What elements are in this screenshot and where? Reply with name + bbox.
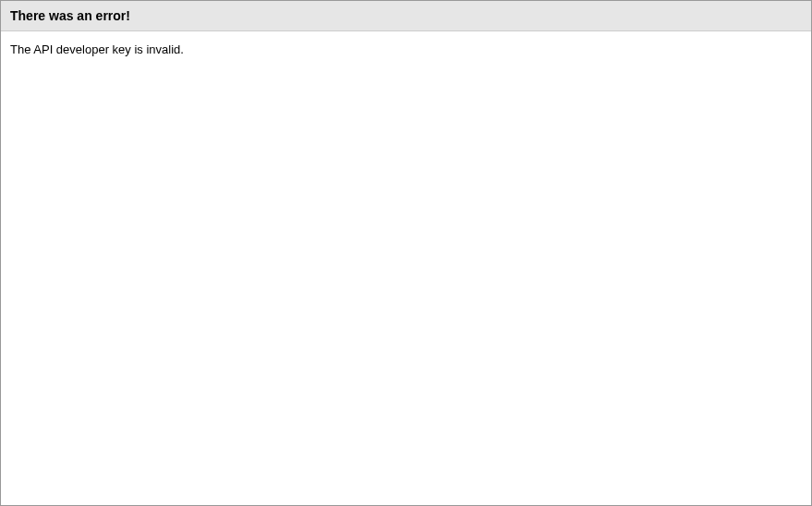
error-message: The API developer key is invalid. <box>10 42 802 56</box>
error-header: There was an error! <box>1 1 811 31</box>
error-body: The API developer key is invalid. <box>1 31 811 67</box>
error-title: There was an error! <box>10 8 802 23</box>
error-container: There was an error! The API developer ke… <box>0 0 812 506</box>
